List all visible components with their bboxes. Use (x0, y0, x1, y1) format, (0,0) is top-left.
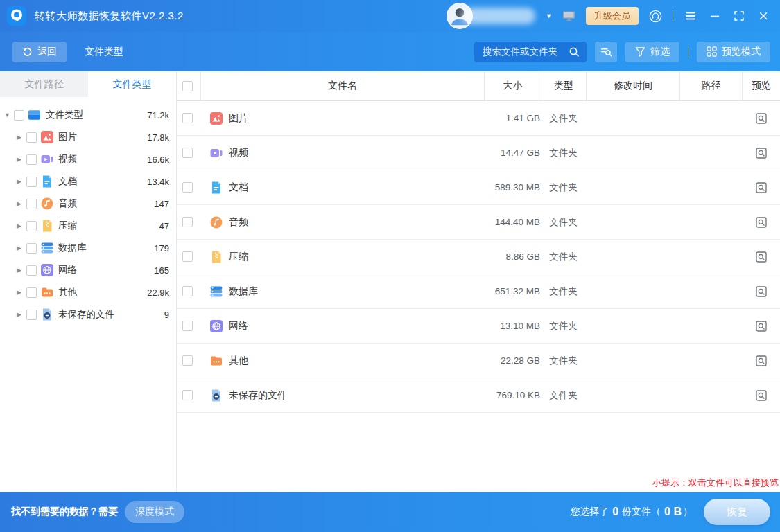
table-row[interactable]: 视频 14.47 GB 文件夹 (177, 136, 780, 170)
collapse-triangle-icon[interactable]: ▼ (4, 112, 14, 118)
monitor-icon[interactable] (562, 10, 575, 22)
preview-icon[interactable] (756, 182, 767, 193)
sidebar-tree-item[interactable]: ▶ 网络 165 (0, 259, 176, 281)
table-row[interactable]: 未保存的文件 769.10 KB 文件夹 (177, 378, 780, 413)
preview-mode-button[interactable]: 预览模式 (697, 42, 770, 62)
file-type: 文件夹 (541, 355, 586, 367)
tree-item-checkbox[interactable] (26, 243, 37, 254)
table-row[interactable]: 文档 589.30 MB 文件夹 (177, 170, 780, 205)
row-checkbox[interactable] (182, 251, 193, 262)
tree-item-checkbox[interactable] (26, 265, 37, 276)
search-input[interactable] (474, 46, 563, 57)
expand-triangle-icon[interactable]: ▶ (17, 222, 26, 229)
tree-item-count: 47 (159, 221, 169, 231)
preview-mode-label: 预览模式 (722, 46, 761, 58)
row-checkbox[interactable] (182, 217, 193, 227)
recover-button[interactable]: 恢复 (704, 499, 770, 525)
sidebar-tree-item[interactable]: ▶ 文档 13.4k (0, 170, 176, 193)
menu-icon[interactable] (684, 9, 697, 23)
search-icon[interactable] (569, 46, 580, 57)
sidebar-tree-item[interactable]: ▶ 音频 147 (0, 193, 176, 215)
table-row[interactable]: 图片 1.41 GB 文件夹 (177, 101, 780, 136)
minimize-icon[interactable] (708, 9, 722, 23)
expand-triangle-icon[interactable]: ▶ (17, 245, 26, 251)
header-type[interactable]: 类型 (541, 71, 586, 100)
row-checkbox[interactable] (182, 355, 193, 366)
file-name: 数据库 (229, 285, 258, 298)
file-name: 文档 (229, 181, 248, 194)
sidebar-tree-item[interactable]: ▶ 数据库 179 (0, 237, 176, 259)
close-icon[interactable] (756, 9, 770, 23)
tree-item-label: 音频 (58, 197, 77, 210)
expand-triangle-icon[interactable]: ▶ (17, 200, 26, 207)
select-all-checkbox[interactable] (182, 81, 193, 91)
preview-icon[interactable] (756, 321, 767, 332)
maximize-icon[interactable] (732, 9, 746, 23)
search-box (474, 42, 587, 62)
video-icon (209, 146, 223, 159)
file-type: 文件夹 (541, 285, 586, 298)
tree-item-checkbox[interactable] (26, 177, 37, 187)
expand-triangle-icon[interactable]: ▶ (17, 289, 26, 296)
preview-icon[interactable] (756, 148, 767, 159)
table-row[interactable]: 音频 144.40 MB 文件夹 (177, 205, 780, 240)
tree-item-count: 9 (164, 310, 169, 320)
file-type: 文件夹 (541, 112, 586, 125)
tab-file-path[interactable]: 文件路径 (0, 71, 88, 97)
account-dropdown-caret-icon[interactable]: ▼ (546, 12, 552, 19)
sidebar-tree-item[interactable]: ▶ 其他 22.9k (0, 281, 176, 303)
file-name: 未保存的文件 (229, 389, 287, 402)
filter-button[interactable]: 筛选 (625, 42, 679, 62)
back-button[interactable]: 返回 (12, 42, 67, 62)
expand-triangle-icon[interactable]: ▶ (17, 156, 26, 163)
tree-item-checkbox[interactable] (26, 199, 37, 209)
header-modified-time[interactable]: 修改时间 (586, 71, 679, 100)
root-checkbox[interactable] (14, 110, 24, 121)
row-checkbox[interactable] (182, 286, 193, 296)
app-logo-icon (7, 6, 26, 26)
preview-icon[interactable] (756, 217, 767, 228)
tree-item-checkbox[interactable] (26, 221, 37, 231)
header-preview[interactable]: 预览 (742, 71, 780, 100)
row-checkbox[interactable] (182, 148, 193, 158)
sidebar-tree-item[interactable]: ▶ 视频 16.6k (0, 148, 176, 170)
sidebar-tree-item[interactable]: ▶ 未保存的文件 9 (0, 303, 176, 326)
sidebar-tree-item[interactable]: ▶ 压缩 47 (0, 215, 176, 237)
tree-root-file-type[interactable]: ▼ 文件类型 71.2k (0, 104, 176, 126)
preview-icon[interactable] (756, 355, 767, 366)
doc-icon (40, 175, 53, 188)
preview-icon[interactable] (756, 390, 767, 401)
doc-icon (209, 181, 223, 194)
tree-item-checkbox[interactable] (26, 287, 37, 298)
tree-item-checkbox[interactable] (26, 132, 37, 143)
row-checkbox[interactable] (182, 390, 193, 400)
customer-service-icon[interactable] (649, 10, 662, 23)
tab-file-type[interactable]: 文件类型 (88, 71, 176, 97)
preview-icon[interactable] (756, 251, 767, 263)
advanced-search-button[interactable] (595, 42, 617, 62)
table-row[interactable]: 压缩 8.86 GB 文件夹 (177, 240, 780, 274)
row-checkbox[interactable] (182, 182, 193, 193)
expand-triangle-icon[interactable]: ▶ (17, 311, 26, 318)
table-row[interactable]: 数据库 651.32 MB 文件夹 (177, 274, 780, 309)
header-file-name[interactable]: 文件名 (200, 71, 484, 100)
user-account[interactable] (447, 3, 535, 29)
header-path[interactable]: 路径 (679, 71, 742, 100)
expand-triangle-icon[interactable]: ▶ (17, 178, 26, 185)
upgrade-vip-button[interactable]: 升级会员 (586, 7, 639, 25)
row-checkbox[interactable] (182, 113, 193, 123)
expand-triangle-icon[interactable]: ▶ (17, 267, 26, 274)
preview-icon[interactable] (756, 286, 767, 297)
table-header: 文件名 大小 类型 修改时间 路径 预览 (177, 71, 780, 101)
tree-item-checkbox[interactable] (26, 154, 37, 165)
image-icon (40, 131, 53, 144)
row-checkbox[interactable] (182, 321, 193, 331)
table-row[interactable]: 其他 22.28 GB 文件夹 (177, 344, 780, 378)
expand-triangle-icon[interactable]: ▶ (17, 134, 26, 141)
sidebar-tree-item[interactable]: ▶ 图片 17.8k (0, 126, 176, 148)
deep-mode-button[interactable]: 深度模式 (125, 501, 184, 523)
preview-icon[interactable] (756, 113, 767, 124)
header-size[interactable]: 大小 (484, 71, 541, 100)
table-row[interactable]: 网络 13.10 MB 文件夹 (177, 309, 780, 344)
tree-item-checkbox[interactable] (26, 310, 37, 320)
